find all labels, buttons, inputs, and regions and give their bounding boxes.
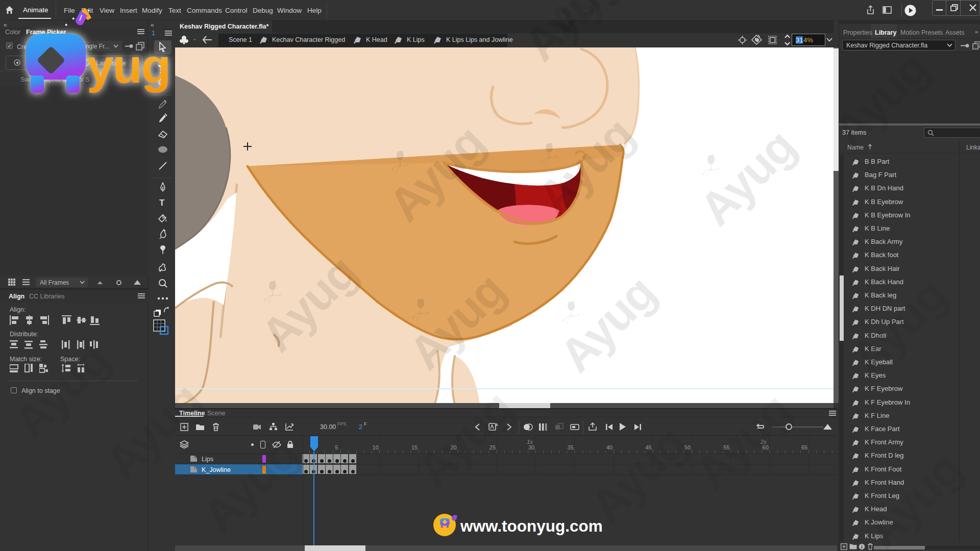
svg-text:yug: yug	[87, 39, 170, 93]
svg-text:A: A	[495, 422, 498, 427]
